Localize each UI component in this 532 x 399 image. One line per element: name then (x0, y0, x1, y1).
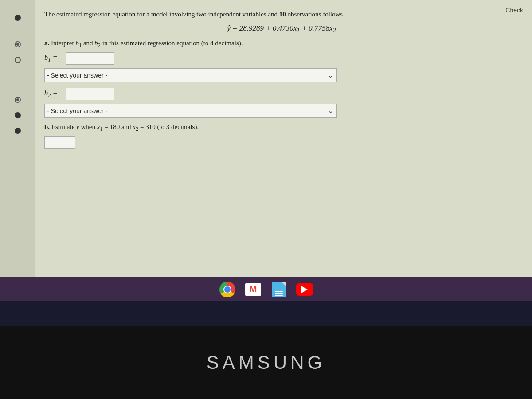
file-line-1 (275, 291, 283, 292)
part-a-label: a. Interpret b1 and b2 in this estimated… (44, 39, 519, 49)
radio-3[interactable] (15, 57, 21, 63)
b1-text-input[interactable] (66, 52, 114, 65)
radio-5[interactable] (15, 112, 21, 118)
gmail-icon: M (245, 283, 261, 296)
check-button-top[interactable]: Check (505, 7, 523, 14)
question-intro: The estimated regression equation for a … (44, 9, 519, 20)
youtube-play-icon (301, 286, 308, 293)
b2-select-wrapper: - Select your answer - Option 1 Option 2 (44, 104, 337, 118)
b1-input-row: b1 = (44, 52, 519, 65)
samsung-logo-text: SAMSUNG (207, 352, 325, 373)
b2-label: b2 = (44, 89, 62, 99)
youtube-icon (296, 283, 313, 296)
part-b-label: b. Estimate y when x1 = 180 and x2 = 310… (44, 123, 519, 133)
gmail-taskbar-icon[interactable]: M (245, 281, 262, 298)
file-line-3 (275, 295, 283, 296)
regression-equation: ŷ = 28.9289 + 0.4730x1 + 0.7758x2 (44, 24, 519, 34)
b2-input-row: b2 = (44, 88, 519, 100)
radio-1[interactable] (15, 15, 21, 21)
file-lines (275, 291, 283, 296)
samsung-branding-area: SAMSUNG (0, 326, 532, 399)
b1-label: b1 = (44, 54, 62, 63)
file-line-2 (275, 293, 283, 294)
question-sidebar (0, 0, 35, 301)
radio-2[interactable] (15, 41, 21, 47)
b2-select-dropdown[interactable]: - Select your answer - Option 1 Option 2 (44, 104, 337, 118)
radio-6[interactable] (15, 128, 21, 134)
intro-end-text: observations follows. (288, 11, 344, 18)
chrome-taskbar-icon[interactable] (219, 281, 236, 298)
file-icon (272, 282, 286, 297)
b1-select-dropdown[interactable]: - Select your answer - Option 1 Option 2 (44, 68, 337, 82)
intro-text: The estimated regression equation for a … (44, 11, 278, 18)
bold-number: 10 (279, 11, 286, 18)
question-content: Check The estimated regression equation … (35, 0, 532, 301)
estimate-input[interactable] (44, 136, 75, 149)
radio-4[interactable] (15, 97, 21, 103)
b2-text-input[interactable] (66, 88, 114, 100)
b1-select-wrapper: - Select your answer - Option 1 Option 2 (44, 68, 337, 82)
chrome-icon (219, 282, 235, 297)
file-taskbar-icon[interactable] (270, 281, 287, 298)
taskbar: M (0, 277, 532, 301)
estimate-input-row (44, 136, 519, 149)
youtube-taskbar-icon[interactable] (296, 281, 313, 298)
main-content-area: Check The estimated regression equation … (0, 0, 532, 301)
